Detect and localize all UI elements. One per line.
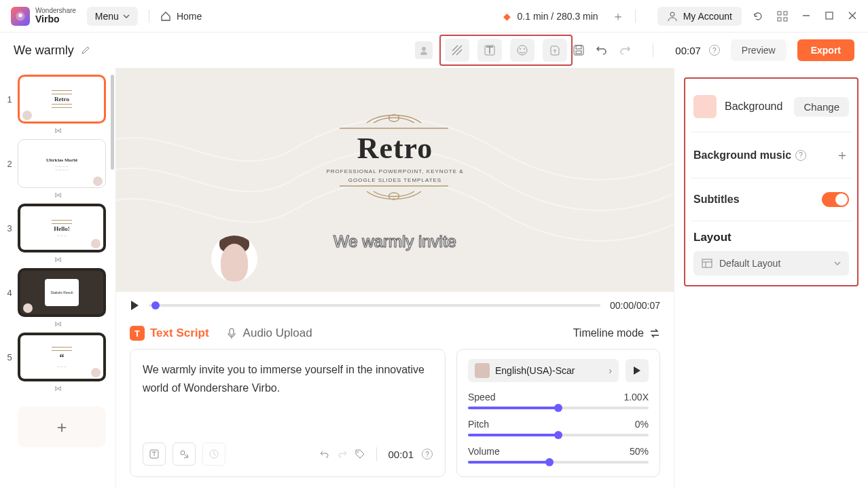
subtitles-toggle[interactable] [822,192,849,207]
svg-rect-7 [826,12,833,19]
divider [376,447,377,461]
background-swatch[interactable] [693,95,717,118]
script-content[interactable]: We warmly invite you to immerse yourself… [143,360,433,434]
titlebar: Wondershare Virbo Menu Home ◆ 0.1 min / … [0,0,868,33]
avatar-icon [91,239,101,248]
insert-pause-button[interactable] [143,443,166,466]
home-icon [160,11,171,22]
canvas-sub1: PROFESSIONAL POWERPOINT, KEYNOTE & [326,168,463,174]
account-button[interactable]: My Account [657,7,742,26]
background-tool-button[interactable] [445,39,469,62]
save-icon[interactable] [573,44,585,56]
canvas-sub2: GOOGLE SLIDES TEMPLATES [326,177,463,183]
info-icon[interactable]: ? [795,150,806,161]
slide-thumb-4[interactable]: 4 Statistic Result [5,268,110,317]
properties-panel: Background Change Background music ? ＋ S… [674,68,868,488]
subtitles-label: Subtitles [693,193,740,206]
slide-panel: 1 Retro ⋈ 2 Ultricies Morbi— — — —— — — … [0,68,115,488]
svg-rect-14 [576,45,581,49]
divider [149,10,149,23]
svg-point-12 [524,48,525,50]
canvas[interactable]: Retro PROFESSIONAL POWERPOINT, KEYNOTE &… [116,68,674,292]
speed-slider[interactable]: Speed1.00X [468,392,649,409]
bgmusic-row: Background music ? ＋ [693,139,849,171]
tab-audio-upload[interactable]: Audio Upload [225,326,312,340]
slide-thumb-3[interactable]: 3 Hello!— — — [5,204,110,252]
tag-icon[interactable] [355,449,365,459]
gem-icon: ◆ [503,11,511,22]
minimize-icon[interactable] [801,11,811,22]
svg-rect-21 [702,259,712,267]
chevron-down-icon [123,14,130,18]
slide-thumb-2[interactable]: 2 Ultricies Morbi— — — —— — — — [5,139,110,188]
app-logo: Wondershare Virbo [11,7,76,26]
edit-name-icon[interactable] [81,45,90,55]
layout-selector[interactable]: Default Layout [693,251,849,276]
tab-text-script[interactable]: T Text Script [130,326,209,341]
avatar-icon [93,176,103,186]
svg-point-2 [670,12,674,16]
redo-icon[interactable] [619,44,631,56]
voice-play-button[interactable] [626,359,649,382]
home-link[interactable]: Home [160,11,202,22]
playback-track[interactable] [149,304,600,307]
add-music-button[interactable]: ＋ [835,146,849,164]
play-button[interactable] [130,300,139,311]
info-icon[interactable]: ? [709,45,720,56]
undo-icon[interactable] [596,44,608,56]
script-redo-icon[interactable] [337,449,348,459]
upload-tool-button[interactable] [543,39,567,62]
timeline-mode-button[interactable]: Timeline mode [573,327,660,339]
transition-icon[interactable]: ⋈ [5,384,110,393]
playback-thumb[interactable] [151,301,160,309]
voice-panel: English(USA)-Scar › Speed1.00X Pitch0% [456,349,660,477]
canvas-avatar[interactable] [211,236,257,282]
svg-point-1 [18,14,22,17]
divider [635,10,636,23]
ornament-bottom-icon [326,183,462,205]
brand-name: Virbo [35,14,76,24]
transition-icon[interactable]: ⋈ [5,255,110,264]
svg-rect-5 [778,18,781,21]
transition-icon[interactable]: ⋈ [5,191,110,200]
sticker-tool-button[interactable] [510,39,535,62]
svg-point-8 [422,47,426,51]
avatar-tool-button[interactable] [415,41,433,59]
speed-button[interactable] [202,443,225,466]
export-button[interactable]: Export [797,39,854,61]
maximize-icon[interactable] [825,11,834,22]
swap-icon [649,329,660,338]
background-label: Background [725,100,782,113]
background-row: Background Change [693,88,849,125]
text-tool-button[interactable] [477,39,502,62]
pitch-slider[interactable]: Pitch0% [468,419,649,436]
refresh-icon[interactable] [753,11,763,22]
add-credits-button[interactable]: ＋ [612,8,624,24]
preview-button[interactable]: Preview [731,39,786,61]
script-undo-icon[interactable] [319,449,330,459]
volume-slider[interactable]: Volume50% [468,446,649,464]
transition-icon[interactable]: ⋈ [5,320,110,329]
project-toolbar: We warmly 00:07 ? Preview Export [0,33,868,68]
avatar-icon [22,111,32,120]
scrollbar[interactable] [111,75,114,170]
translate-button[interactable] [173,443,196,466]
transition-icon[interactable]: ⋈ [5,126,110,135]
script-editor[interactable]: We warmly invite you to immerse yourself… [130,349,446,477]
add-slide-button[interactable]: ＋ [18,407,106,447]
usage-text: 0.1 min / 280.3 min [518,11,598,22]
change-button[interactable]: Change [794,97,849,117]
script-duration: 00:01 ? [388,449,433,460]
close-icon[interactable] [848,11,857,22]
avatar-icon [91,368,101,377]
info-icon[interactable]: ? [422,449,433,459]
grid-icon[interactable] [777,11,788,22]
duration-display: 00:07 ? [675,45,720,56]
insert-tool-group [439,35,573,66]
menu-button[interactable]: Menu [87,7,138,26]
menu-label: Menu [95,11,119,22]
slide-thumb-1[interactable]: 1 Retro [5,75,110,124]
slide-thumb-5[interactable]: 5 “— — — [5,333,110,381]
voice-selector[interactable]: English(USA)-Scar › [468,359,619,382]
project-name: We warmly [14,43,90,58]
